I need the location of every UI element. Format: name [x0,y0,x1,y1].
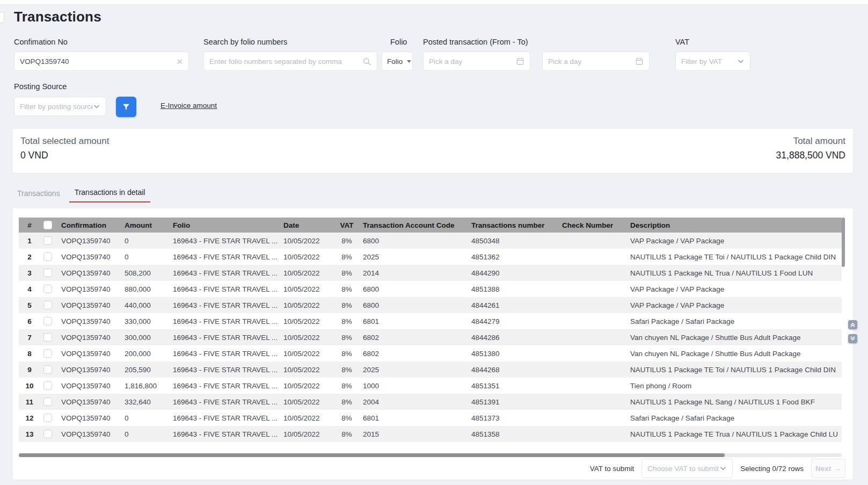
apply-filter-button[interactable] [116,97,136,117]
cell-amount: 508,200 [121,265,170,281]
row-checkbox[interactable] [43,317,52,325]
table-row: 9 VOPQ1359740 205,590 169643 - FIVE STAR… [19,361,842,378]
cell-date: 10/05/2022 [280,313,334,329]
cell-date: 10/05/2022 [280,281,334,297]
row-checkbox[interactable] [43,381,52,390]
cell-check_number [559,426,627,442]
funnel-icon [122,103,130,111]
cell-date: 10/05/2022 [280,345,334,361]
folio-label: Folio [390,38,407,46]
header-amount: Amount [121,218,170,233]
cell-account_code: 6802 [360,329,468,345]
cell-vat: 8% [334,361,360,378]
next-button[interactable]: Next→ [811,459,845,478]
cell-confirmation: VOPQ1359740 [58,297,121,313]
header-description: Description [627,218,842,233]
header-date: Date [280,218,334,233]
cell-date: 10/05/2022 [280,361,334,378]
cell-vat: 8% [334,249,360,265]
cell-txn_number: 4844261 [468,297,559,313]
cell-confirmation: VOPQ1359740 [58,394,121,410]
cell-account_code: 2025 [360,361,468,378]
tab-transactions[interactable]: Transactions [17,189,60,202]
table-row: 1 VOPQ1359740 0 169643 - FIVE STAR TRAVE… [19,233,842,249]
table-row: 4 VOPQ1359740 880,000 169643 - FIVE STAR… [19,281,842,297]
scroll-to-top-button[interactable] [848,320,857,329]
einvoice-amount-link[interactable]: E-Invoice amount [161,102,217,110]
cell-confirmation: VOPQ1359740 [58,361,121,378]
row-checkbox[interactable] [43,301,52,309]
cell-description: NAUTILUS 1 Package TE Toi / NAUTILUS 1 P… [627,249,842,265]
header-index: # [19,218,40,233]
row-checkbox[interactable] [43,349,52,358]
cell-num: 12 [19,410,40,426]
cell-check_number [559,410,627,426]
confirmation-no-input[interactable] [20,57,176,66]
vat-filter-dropdown[interactable]: Filter by VAT [675,52,750,71]
header-txn-number: Transactions number [468,218,559,233]
row-checkbox[interactable] [43,285,52,293]
cell-account_code: 2004 [360,394,468,410]
cell-amount: 205,590 [121,361,170,378]
choose-vat-dropdown[interactable]: Choose VAT to submit [641,459,733,478]
double-chevron-up-icon [850,322,856,328]
cell-date: 10/05/2022 [280,394,334,410]
clear-icon[interactable]: ✕ [176,57,183,66]
top-edge-strip [0,0,868,4]
table-row: 7 VOPQ1359740 300,000 169643 - FIVE STAR… [19,329,842,345]
cell-check_number [559,249,627,265]
cell-confirmation: VOPQ1359740 [58,378,121,394]
folio-dropdown[interactable]: Folio [382,52,413,71]
row-checkbox[interactable] [43,333,52,342]
cell-num: 10 [19,378,40,394]
row-checkbox[interactable] [43,269,52,277]
cell-date: 10/05/2022 [280,297,334,313]
row-checkbox[interactable] [43,397,52,406]
tab-transactions-in-detail[interactable]: Transactions in detail [69,188,151,202]
date-from-input[interactable]: Pick a day [423,52,530,71]
select-all-checkbox[interactable] [43,221,52,229]
cell-confirmation: VOPQ1359740 [58,281,121,297]
date-to-input[interactable]: Pick a day [542,52,650,71]
cell-amount: 200,000 [121,345,170,361]
cell-check_number [559,329,627,345]
row-checkbox[interactable] [43,430,52,438]
cell-date: 10/05/2022 [280,378,334,394]
left-edge-panel [0,12,4,23]
total-selected-value: 0 VND [20,150,109,161]
row-checkbox[interactable] [43,236,52,245]
scroll-to-bottom-button[interactable] [848,334,857,343]
row-checkbox[interactable] [43,365,52,374]
table-row: 11 VOPQ1359740 332,640 169643 - FIVE STA… [19,394,842,410]
cell-num: 13 [19,426,40,442]
caret-down-icon [407,60,411,63]
cell-vat: 8% [334,313,360,329]
folio-numbers-input[interactable] [209,57,362,66]
cell-amount: 440,000 [121,297,170,313]
cell-description: NAUTILUS 1 Package TE Toi / NAUTILUS 1 P… [627,361,842,378]
row-checkbox[interactable] [43,414,52,422]
vertical-scrollbar-thumb[interactable] [842,218,845,267]
cell-check_number [559,297,627,313]
transactions-table: # Confirmation Amount Folio Date VAT Tra… [19,218,842,442]
cell-check_number [559,313,627,329]
cell-txn_number: 4844290 [468,265,559,281]
cell-vat: 8% [334,265,360,281]
chevron-down-icon [93,103,100,110]
cell-amount: 0 [121,249,170,265]
posting-source-dropdown[interactable]: Filter by posting source [14,97,106,116]
cell-amount: 332,640 [121,394,170,410]
cell-amount: 880,000 [121,281,170,297]
row-checkbox[interactable] [43,252,52,261]
cell-confirmation: VOPQ1359740 [58,410,121,426]
cell-account_code: 6801 [360,313,468,329]
horizontal-scrollbar-thumb[interactable] [19,453,725,457]
horizontal-scrollbar[interactable] [19,453,842,457]
cell-txn_number: 4844268 [468,361,559,378]
cell-check_number [559,394,627,410]
cell-txn_number: 4851373 [468,410,559,426]
cell-description: Safari Package / Safari Package [627,410,842,426]
cell-vat: 8% [334,297,360,313]
cell-date: 10/05/2022 [280,329,334,345]
table-footer: VAT to submit Choose VAT to submit Selec… [13,457,853,480]
